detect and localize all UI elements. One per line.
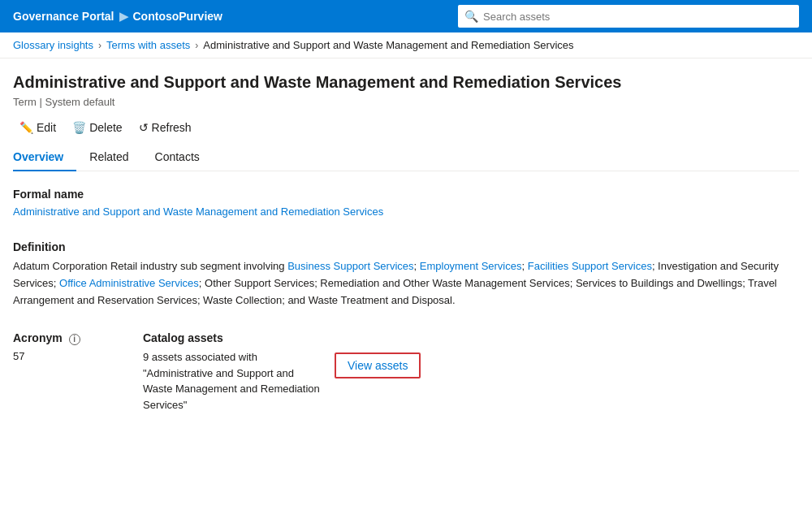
tab-related[interactable]: Related — [76, 144, 141, 171]
page-title: Administrative and Support and Waste Man… — [13, 71, 799, 93]
definition-link-4: Office Administrative Services — [59, 277, 199, 289]
portal-name: Governance Portal — [13, 10, 114, 23]
top-nav-bar: Governance Portal ▶ ContosoPurview 🔍 — [0, 0, 812, 32]
definition-label: Definition — [13, 240, 799, 253]
view-assets-button[interactable]: View assets — [335, 352, 421, 378]
delete-label: Delete — [89, 121, 122, 134]
definition-plain-1: Adatum Corporation Retail industry sub s… — [13, 260, 287, 272]
formal-name-value: Administrative and Support and Waste Man… — [13, 205, 799, 218]
breadcrumb-sep-2: › — [195, 40, 198, 51]
acronym-value: 57 — [13, 350, 94, 362]
portal-title: Governance Portal ▶ ContosoPurview — [13, 10, 222, 23]
definition-plain-3: ; — [521, 260, 527, 272]
definition-link-3: Facilities Support Services — [528, 260, 652, 272]
catalog-assets-label: Catalog assets — [143, 331, 799, 344]
tab-overview[interactable]: Overview — [13, 144, 76, 171]
bottom-two-col: Acronym i 57 Catalog assets 9 assets ass… — [13, 331, 799, 413]
search-bar[interactable]: 🔍 — [458, 5, 799, 28]
edit-button[interactable]: ✏️ Edit — [13, 118, 63, 137]
edit-icon: ✏️ — [19, 121, 33, 134]
breadcrumb-current: Administrative and Support and Waste Man… — [203, 39, 573, 51]
acronym-label: Acronym i — [13, 331, 94, 344]
delete-button[interactable]: 🗑️ Delete — [66, 118, 128, 137]
refresh-icon: ↺ — [139, 121, 149, 134]
formal-name-section: Formal name Administrative and Support a… — [13, 188, 799, 218]
edit-label: Edit — [37, 121, 56, 134]
catalog-assets-col: Catalog assets 9 assets associated with … — [143, 331, 799, 413]
definition-section: Definition Adatum Corporation Retail ind… — [13, 240, 799, 309]
acronym-col: Acronym i 57 — [13, 331, 94, 361]
acronym-info-icon: i — [69, 334, 80, 345]
search-input[interactable] — [483, 11, 793, 23]
toolbar: ✏️ Edit 🗑️ Delete ↺ Refresh — [13, 118, 799, 144]
definition-plain-2: ; — [414, 260, 420, 272]
definition-text: Adatum Corporation Retail industry sub s… — [13, 258, 799, 309]
refresh-button[interactable]: ↺ Refresh — [132, 118, 198, 137]
breadcrumb-glossary-insights[interactable]: Glossary insights — [13, 39, 93, 51]
definition-link-1: Business Support Services — [287, 260, 413, 272]
breadcrumb: Glossary insights › Terms with assets › … — [0, 32, 812, 58]
page-subtitle: Term | System default — [13, 96, 799, 108]
overview-content: Formal name Administrative and Support a… — [13, 188, 799, 413]
formal-name-label: Formal name — [13, 188, 799, 201]
acronym-label-text: Acronym — [13, 331, 63, 344]
breadcrumb-terms-with-assets[interactable]: Terms with assets — [106, 39, 190, 51]
app-name: ContosoPurview — [133, 10, 222, 23]
catalog-assets-row: 9 assets associated with "Administrative… — [143, 349, 799, 413]
tab-contacts[interactable]: Contacts — [142, 144, 213, 171]
page-content: Administrative and Support and Waste Man… — [0, 58, 812, 413]
breadcrumb-sep-1: › — [98, 40, 102, 51]
catalog-assets-text: 9 assets associated with "Administrative… — [143, 349, 322, 413]
definition-link-2: Employment Services — [420, 260, 522, 272]
nav-separator: ▶ — [119, 10, 128, 23]
tabs: Overview Related Contacts — [13, 144, 799, 171]
search-icon: 🔍 — [464, 10, 478, 23]
delete-icon: 🗑️ — [72, 121, 86, 134]
refresh-label: Refresh — [152, 121, 192, 134]
